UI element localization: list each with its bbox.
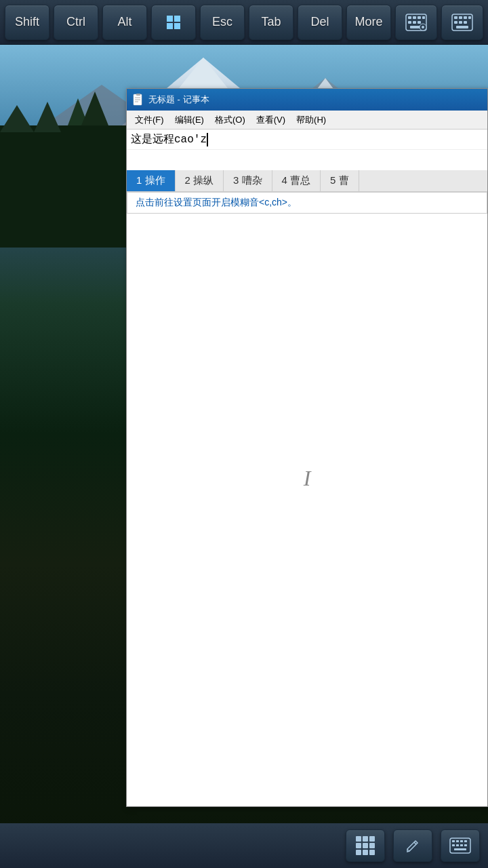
esc-button[interactable]: Esc <box>200 5 245 40</box>
ime-tabs: 1 操作 2 操纵 3 嘈杂 4 曹总 5 曹 <box>127 170 487 192</box>
svg-rect-47 <box>452 840 455 842</box>
svg-rect-52 <box>456 844 459 846</box>
alt-button[interactable]: Alt <box>102 5 147 40</box>
svg-rect-16 <box>174 16 180 22</box>
svg-rect-53 <box>460 844 463 846</box>
svg-rect-49 <box>460 840 463 842</box>
notepad-app-icon <box>132 94 144 106</box>
svg-rect-23 <box>422 16 425 19</box>
svg-rect-34 <box>468 16 471 19</box>
svg-line-44 <box>414 842 416 844</box>
ime-tab-2[interactable]: 2 操纵 <box>176 170 224 191</box>
menu-edit[interactable]: 编辑(E) <box>169 112 209 128</box>
editor-cursor-indicator: I <box>304 466 311 491</box>
ime-tab-3[interactable]: 3 嘈杂 <box>224 170 272 191</box>
ime-tab-4[interactable]: 4 曹总 <box>272 170 321 191</box>
svg-rect-37 <box>464 21 467 24</box>
svg-rect-38 <box>456 26 468 28</box>
svg-rect-40 <box>136 94 140 96</box>
svg-rect-32 <box>459 16 462 19</box>
ctrl-button[interactable]: Ctrl <box>54 5 98 40</box>
svg-point-29 <box>422 26 424 28</box>
ime-panel: 1 操作 2 操纵 3 嘈杂 4 曹总 5 曹 点击前往设置页面开启模糊音<c,… <box>127 170 487 214</box>
svg-rect-18 <box>174 23 180 29</box>
editor-body[interactable]: I <box>127 150 487 806</box>
svg-rect-51 <box>452 844 455 846</box>
svg-rect-35 <box>454 21 458 24</box>
notepad-content-area[interactable]: 这是远程cao'z 1 操作 2 操纵 3 嘈杂 4 曹总 5 曹 点击前往设置… <box>127 130 487 806</box>
notepad-menubar: 文件(F) 编辑(E) 格式(O) 查看(V) 帮助(H) <box>127 111 487 130</box>
notepad-window: 无标题 - 记事本 文件(F) 编辑(E) 格式(O) 查看(V) 帮助(H) … <box>126 88 488 807</box>
ime-suggestion[interactable]: 点击前往设置页面开启模糊音<c,ch>。 <box>127 192 487 214</box>
apps-grid-button[interactable] <box>346 829 385 862</box>
svg-rect-36 <box>459 21 462 24</box>
bottom-bar <box>0 823 488 868</box>
svg-rect-17 <box>167 23 173 29</box>
win-button[interactable] <box>151 5 196 40</box>
notepad-text-content: 这是远程cao'z <box>131 134 207 146</box>
menu-help[interactable]: 帮助(H) <box>291 112 331 128</box>
del-button[interactable]: Del <box>298 5 342 40</box>
svg-rect-15 <box>167 16 173 22</box>
notepad-text[interactable]: 这是远程cao'z <box>127 130 487 150</box>
keyboard-toolbar: Shift Ctrl Alt Esc Tab Del More <box>0 0 488 45</box>
ime-tab-1[interactable]: 1 操作 <box>127 170 176 191</box>
svg-rect-26 <box>418 21 421 24</box>
svg-rect-48 <box>456 840 459 842</box>
svg-rect-25 <box>413 21 416 24</box>
svg-rect-54 <box>464 844 467 846</box>
svg-rect-22 <box>418 16 421 19</box>
svg-rect-33 <box>464 16 467 19</box>
notepad-title: 无标题 - 记事本 <box>148 94 209 106</box>
svg-rect-24 <box>408 21 411 24</box>
grid-icon <box>356 836 375 855</box>
menu-format[interactable]: 格式(O) <box>209 112 251 128</box>
pencil-icon <box>405 837 421 854</box>
text-cursor <box>207 133 208 146</box>
keyboard-hide-button[interactable] <box>441 5 483 40</box>
svg-rect-55 <box>454 848 466 850</box>
menu-view[interactable]: 查看(V) <box>251 112 291 128</box>
ime-tab-5[interactable]: 5 曹 <box>321 170 359 191</box>
svg-rect-21 <box>413 16 416 19</box>
edit-pencil-button[interactable] <box>393 829 432 862</box>
menu-file[interactable]: 文件(F) <box>129 112 169 128</box>
keyboard-toggle-button[interactable] <box>441 829 480 862</box>
notepad-titlebar[interactable]: 无标题 - 记事本 <box>127 89 487 111</box>
keyboard-settings-button[interactable] <box>395 5 437 40</box>
more-button[interactable]: More <box>346 5 391 40</box>
svg-rect-50 <box>464 840 467 842</box>
tab-button[interactable]: Tab <box>249 5 293 40</box>
shift-button[interactable]: Shift <box>5 5 49 40</box>
keyboard-icon <box>449 837 471 854</box>
svg-rect-20 <box>408 16 411 19</box>
svg-rect-31 <box>454 16 458 19</box>
